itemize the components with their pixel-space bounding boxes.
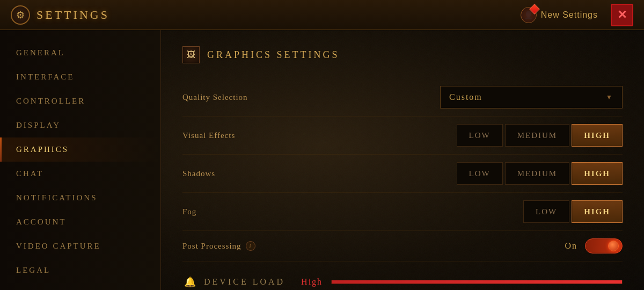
visual-effects-control: Low Medium High — [457, 124, 623, 147]
quality-value: Custom — [449, 92, 482, 102]
quality-label: Quality Selection — [182, 93, 440, 102]
main-content: 🖼 GRAPHICS SETTINGS Quality Selection Cu… — [161, 30, 644, 290]
visual-effects-high-button[interactable]: High — [572, 124, 623, 147]
shadows-medium-button[interactable]: Medium — [505, 162, 570, 185]
toggle-on-label: On — [565, 241, 577, 251]
sidebar-item-label: GENERAL — [16, 48, 65, 57]
fog-control: Low High — [523, 200, 623, 223]
close-button[interactable]: ✕ — [611, 4, 633, 26]
post-processing-label: Post Processing i — [182, 241, 565, 251]
settings-title: SETTINGS — [36, 8, 109, 22]
post-processing-row: Post Processing i On — [182, 231, 623, 262]
header-right: 👤 New Settings ✕ — [514, 4, 633, 26]
shadows-low-button[interactable]: Low — [457, 162, 503, 185]
sidebar-item-label: VIDEO CAPTURE — [16, 242, 101, 250]
dropdown-arrow-icon: ▼ — [606, 93, 613, 102]
sidebar-item-display[interactable]: DISPLAY — [0, 113, 160, 137]
gear-icon: ⚙ — [11, 5, 30, 25]
device-load-title: DEVICE LOAD — [204, 277, 285, 287]
visual-effects-medium-button[interactable]: Medium — [505, 124, 570, 147]
sidebar-item-label: LEGAL — [16, 266, 50, 274]
new-settings-button[interactable]: 👤 New Settings — [514, 4, 604, 26]
header-title: ⚙ SETTINGS — [11, 5, 514, 25]
sidebar-item-label: CONTROLLER — [16, 97, 85, 105]
sidebar-item-label: GRAPHICS — [16, 145, 69, 154]
new-settings-icon: 👤 — [521, 7, 537, 23]
sidebar-item-label: ACCOUNT — [16, 218, 67, 226]
sidebar-item-interface[interactable]: INTERFACE — [0, 65, 160, 89]
settings-container: ⚙ SETTINGS 👤 New Settings ✕ GENERAL INTE… — [0, 0, 644, 290]
sidebar-item-graphics[interactable]: GRAPHICS — [0, 137, 160, 162]
sidebar-item-video-capture[interactable]: VIDEO CAPTURE — [0, 234, 160, 258]
graphics-icon: 🖼 — [182, 46, 200, 63]
device-load-bar-fill — [332, 280, 622, 284]
sidebar: GENERAL INTERFACE CONTROLLER DISPLAY GRA… — [0, 30, 161, 290]
sidebar-item-label: CHAT — [16, 169, 43, 178]
visual-effects-low-button[interactable]: Low — [457, 124, 503, 147]
close-icon: ✕ — [617, 8, 627, 22]
device-load-bar — [331, 280, 623, 284]
post-processing-toggle[interactable] — [585, 238, 623, 253]
sidebar-item-label: DISPLAY — [16, 121, 61, 129]
sidebar-item-label: INTERFACE — [16, 73, 74, 81]
sidebar-item-general[interactable]: GENERAL — [0, 41, 160, 65]
toggle-gem-icon — [608, 241, 619, 251]
sidebar-item-notifications[interactable]: NOTIFICATIONS — [0, 186, 160, 210]
fog-high-button[interactable]: High — [572, 200, 623, 223]
quality-control: Custom ▼ — [440, 86, 623, 108]
fog-label: Fog — [182, 207, 523, 216]
shadows-high-button[interactable]: High — [572, 162, 623, 185]
header: ⚙ SETTINGS 👤 New Settings ✕ — [0, 0, 644, 30]
visual-effects-label: Visual Effects — [182, 131, 457, 140]
shadows-label: Shadows — [182, 169, 457, 178]
quality-dropdown[interactable]: Custom ▼ — [440, 86, 623, 108]
fog-low-button[interactable]: Low — [523, 200, 569, 223]
device-load-icon: 🔔 — [182, 274, 197, 289]
post-processing-control: On — [565, 238, 623, 253]
sidebar-item-label: NOTIFICATIONS — [16, 193, 98, 202]
toggle-container: On — [565, 238, 623, 253]
section-header: 🖼 GRAPHICS SETTINGS — [182, 46, 623, 63]
info-icon[interactable]: i — [246, 241, 255, 251]
sidebar-item-chat[interactable]: CHAT — [0, 162, 160, 186]
shadows-row: Shadows Low Medium High — [182, 155, 623, 193]
sidebar-item-account[interactable]: ACCOUNT — [0, 210, 160, 234]
device-load-section: 🔔 DEVICE LOAD High — [182, 267, 623, 290]
quality-selection-row: Quality Selection Custom ▼ — [182, 78, 623, 117]
device-load-value: High — [301, 277, 323, 287]
shadows-control: Low Medium High — [457, 162, 623, 185]
section-title: GRAPHICS SETTINGS — [207, 49, 340, 61]
sidebar-item-controller[interactable]: CONTROLLER — [0, 89, 160, 113]
visual-effects-row: Visual Effects Low Medium High — [182, 117, 623, 155]
fog-row: Fog Low High — [182, 193, 623, 231]
new-settings-label: New Settings — [541, 10, 598, 20]
gem-icon — [529, 4, 540, 15]
sidebar-item-legal[interactable]: LEGAL — [0, 258, 160, 282]
